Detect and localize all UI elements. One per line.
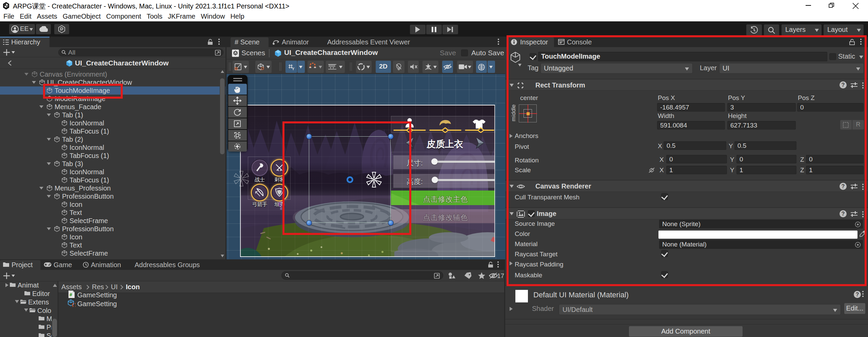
svg-text:#: # [70, 292, 72, 297]
svg-text:{}: {} [72, 302, 76, 307]
svg-text:Y: Y [292, 67, 295, 71]
